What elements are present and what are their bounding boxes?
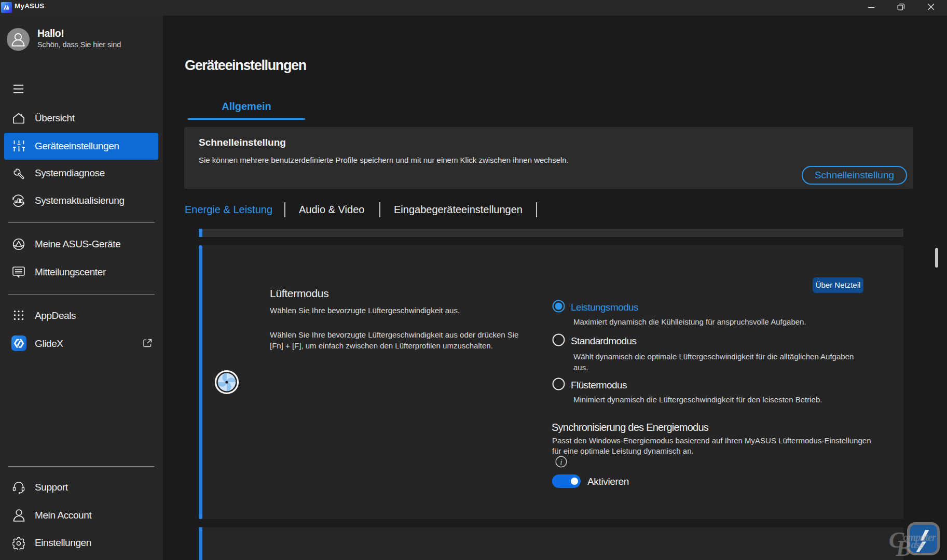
svg-text:i: i bbox=[560, 458, 562, 466]
